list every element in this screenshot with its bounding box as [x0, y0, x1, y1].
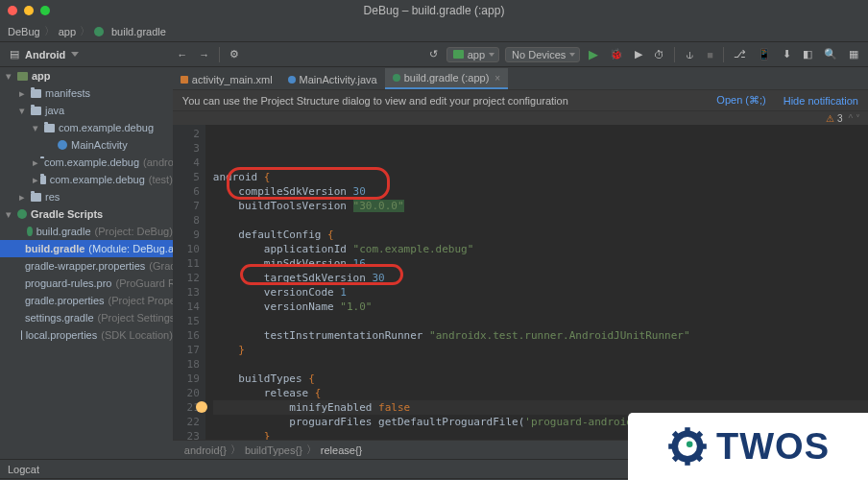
svg-point-9	[687, 442, 693, 448]
avd-button[interactable]: 📱	[752, 46, 777, 62]
nav-forward-button[interactable]: →	[193, 47, 215, 62]
attach-button[interactable]: ⫝	[679, 47, 701, 62]
notification-bar: You can use the Project Structure dialog…	[173, 90, 868, 111]
gradle-file-icon	[94, 27, 104, 36]
watermark-logo: TWOS	[628, 413, 868, 480]
vcs-button[interactable]: ⎇	[728, 46, 752, 62]
crumb-buildtypes[interactable]: buildTypes{}	[241, 444, 306, 456]
minimize-window-button[interactable]	[24, 6, 34, 15]
breadcrumb-project[interactable]: DeBug	[8, 26, 40, 37]
tree-app[interactable]: ▾app	[0, 67, 173, 84]
breadcrumb-module[interactable]: app	[59, 26, 76, 37]
open-structure-link[interactable]: Open (⌘;)	[716, 94, 765, 107]
titlebar: DeBug – build.gradle (:app)	[0, 0, 868, 21]
code-content[interactable]: android { compileSdkVersion 30 buildTool…	[205, 125, 868, 440]
coverage-button[interactable]: ▶	[629, 46, 648, 62]
project-tree[interactable]: ▾app ▸manifests ▾java ▾com.example.debug…	[0, 67, 173, 459]
profile-button[interactable]: ⏱	[648, 47, 670, 62]
sdk-button[interactable]: ⬇	[777, 46, 797, 62]
tree-pkg-test[interactable]: ▸com.example.debug(test)	[0, 171, 173, 188]
debug-button[interactable]: 🐞	[604, 46, 629, 62]
tab-activity-main-xml[interactable]: activity_main.xml	[173, 70, 280, 89]
tree-local-properties[interactable]: local.properties(SDK Location)	[0, 326, 173, 344]
tree-proguard-rules[interactable]: proguard-rules.pro(ProGuard Rules for De…	[0, 275, 173, 292]
line-gutter: 2 3 4 5 6 7 8 9 10 11 12 13 14 15 16 17 …	[173, 125, 205, 440]
svg-line-5	[674, 433, 678, 437]
xml-icon	[181, 76, 188, 84]
notification-text: You can use the Project Structure dialog…	[182, 95, 568, 107]
run-button[interactable]: ▶	[583, 45, 604, 63]
project-view-dropdown[interactable]: Android	[25, 49, 65, 60]
tree-gradle-properties[interactable]: gradle.properties(Project Properties)	[0, 292, 173, 309]
window-title: DeBug – build.gradle (:app)	[364, 4, 505, 17]
sync-button[interactable]: ↺	[423, 46, 444, 62]
tree-res[interactable]: ▸res	[0, 188, 173, 205]
svg-line-6	[697, 456, 701, 460]
tree-pkg-androidtest[interactable]: ▸com.example.debug(androidTest)	[0, 154, 173, 171]
main-toolbar: ▤ Android ← → ⚙ ↺ app No Devices ▶ 🐞 ▶ ⏱…	[0, 42, 868, 67]
crumb-android[interactable]: android{}	[181, 444, 230, 456]
stop-button[interactable]: ■	[701, 47, 719, 62]
svg-line-7	[697, 433, 701, 437]
tree-gradle-scripts[interactable]: ▾Gradle Scripts	[0, 205, 173, 223]
tree-manifests[interactable]: ▸manifests	[0, 84, 173, 102]
gear-icon[interactable]: ⚙	[224, 46, 245, 62]
maximize-window-button[interactable]	[40, 6, 50, 15]
close-icon[interactable]: ×	[494, 73, 500, 84]
crumb-release[interactable]: release{}	[317, 444, 366, 456]
editor-tabs: activity_main.xml MainActivity.java buil…	[173, 67, 868, 90]
close-window-button[interactable]	[8, 6, 17, 15]
tree-gradle-wrapper[interactable]: gradle-wrapper.properties(Gradle Version…	[0, 257, 173, 275]
tree-mainactivity[interactable]: MainActivity	[0, 136, 173, 154]
chevron-down-icon	[71, 52, 79, 57]
tree-settings-gradle[interactable]: settings.gradle(Project Settings)	[0, 309, 173, 326]
run-config-dropdown[interactable]: app	[446, 47, 499, 62]
tree-build-gradle-project[interactable]: build.gradle(Project: DeBug)	[0, 223, 173, 240]
device-dropdown[interactable]: No Devices	[505, 47, 580, 62]
inspection-strip[interactable]: ⚠3^ ˅	[173, 111, 868, 125]
assistant-button[interactable]: ▦	[843, 46, 864, 62]
project-view-icon: ▤	[10, 48, 19, 60]
tree-java[interactable]: ▾java	[0, 102, 173, 119]
intention-bulb-icon[interactable]	[196, 401, 207, 413]
gradle-icon	[393, 74, 400, 82]
java-icon	[288, 76, 296, 84]
tree-pkg-main[interactable]: ▾com.example.debug	[0, 119, 173, 136]
breadcrumb-file[interactable]: build.gradle	[111, 26, 166, 37]
path-breadcrumb: DeBug 〉 app 〉 build.gradle	[0, 21, 868, 42]
nav-back-button[interactable]: ←	[171, 47, 193, 62]
tab-mainactivity-java[interactable]: MainActivity.java	[280, 70, 385, 89]
search-icon[interactable]: 🔍	[818, 46, 843, 62]
tab-build-gradle[interactable]: build.gradle (:app)×	[385, 68, 509, 89]
layout-button[interactable]: ◧	[797, 46, 818, 62]
code-editor[interactable]: 2 3 4 5 6 7 8 9 10 11 12 13 14 15 16 17 …	[173, 125, 868, 440]
hide-notification-link[interactable]: Hide notification	[784, 95, 858, 107]
tree-build-gradle-module[interactable]: build.gradle(Module: DeBug.app)	[0, 240, 173, 257]
svg-line-8	[674, 456, 678, 460]
watermark-text: TWOS	[716, 426, 830, 468]
warning-icon: ⚠	[826, 113, 834, 124]
